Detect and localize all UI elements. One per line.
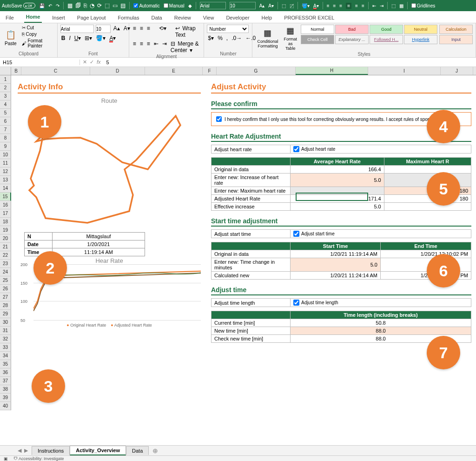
row-header-8[interactable]: 8 — [0, 134, 11, 142]
align-left-icon[interactable]: ≡ — [132, 40, 137, 54]
align-bottom-icon[interactable]: ≡ — [362, 3, 364, 8]
row-header-12[interactable]: 12 — [0, 167, 11, 176]
style-bad[interactable]: Bad — [335, 25, 369, 34]
row-header-11[interactable]: 11 — [0, 159, 11, 167]
titlebar-font-name[interactable] — [200, 2, 226, 9]
enter-formula-icon[interactable]: ✓ — [90, 59, 94, 65]
underline-button[interactable]: U▾ — [73, 34, 82, 42]
align-right-icon[interactable]: ≡ — [146, 40, 151, 54]
row-header-18[interactable]: 18 — [0, 218, 11, 226]
manual-checkbox[interactable]: Manual — [164, 3, 185, 8]
name-box[interactable]: H15 — [0, 60, 80, 65]
number-format-select[interactable]: Number — [207, 25, 249, 33]
tab-professor-excel[interactable]: PROFESSOR EXCEL — [282, 13, 336, 23]
confirm-checkbox[interactable] — [216, 116, 222, 122]
paste-button[interactable]: 📋Paste — [3, 25, 19, 51]
row-header-35[interactable]: 35 — [0, 360, 11, 368]
tab-help[interactable]: Help — [260, 13, 274, 23]
qat-icon[interactable]: ⟳ — [97, 2, 102, 9]
row-header-9[interactable]: 9 — [0, 142, 11, 151]
tab-review[interactable]: Review — [172, 13, 193, 23]
titlebar-font-size[interactable] — [230, 2, 256, 9]
tab-insert[interactable]: Insert — [50, 13, 67, 23]
tab-formulas[interactable]: Formulas — [116, 13, 141, 23]
indent-increase-icon[interactable]: ⇥ — [161, 40, 168, 54]
align-middle-icon[interactable]: ≡ — [355, 3, 358, 8]
bold-button[interactable]: B — [60, 34, 66, 42]
fx-icon[interactable]: fx — [97, 59, 101, 65]
qat-icon[interactable]: ⬚ — [105, 2, 110, 9]
tab-page-layout[interactable]: Page Layout — [75, 13, 108, 23]
col-header-C[interactable]: C — [21, 67, 90, 75]
row-header-30[interactable]: 30 — [0, 318, 11, 327]
row-header-4[interactable]: 4 — [0, 100, 11, 109]
row-header-34[interactable]: 34 — [0, 352, 11, 360]
style-normal[interactable]: Normal — [301, 25, 334, 34]
wrap-text-button[interactable]: ↩ Wrap Text — [174, 25, 201, 39]
row-header-24[interactable]: 24 — [0, 268, 11, 276]
row-header-20[interactable]: 20 — [0, 234, 11, 243]
row-header-33[interactable]: 33 — [0, 343, 11, 352]
style-followed-hyperlink[interactable]: Followed H... — [370, 35, 403, 44]
col-header-H[interactable]: H — [296, 67, 368, 75]
orientation-icon[interactable]: ⟲▾ — [158, 25, 167, 39]
font-size-select[interactable] — [96, 25, 111, 33]
font-increase-icon[interactable]: A▴ — [112, 25, 121, 33]
tab-home[interactable]: Home — [24, 12, 42, 23]
automatic-checkbox[interactable]: Automatic — [133, 3, 159, 8]
record-macro-icon[interactable]: ▣ — [4, 456, 8, 461]
style-explanatory[interactable]: Explanatory ... — [335, 35, 369, 44]
qat-icon[interactable]: ⬚ — [391, 3, 396, 8]
style-input[interactable]: Input — [439, 35, 473, 44]
row-header-31[interactable]: 31 — [0, 327, 11, 335]
gridlines-checkbox[interactable]: Gridlines — [411, 3, 435, 8]
font-increase-icon[interactable]: A▴ — [259, 3, 265, 8]
col-header-B[interactable]: B — [11, 67, 21, 75]
cell-styles-gallery[interactable]: Normal Bad Good Neutral Check Cell Expla… — [301, 25, 437, 52]
sheet-tab-activity-overview[interactable]: Activity_Overview — [70, 446, 126, 455]
qat-icon[interactable]: ⬚ — [282, 3, 286, 8]
italic-button[interactable]: I — [68, 34, 71, 42]
row-header-1[interactable]: 1 — [0, 75, 11, 84]
hr-increase-input[interactable]: 5.0 — [291, 174, 384, 187]
tab-data[interactable]: Data — [149, 13, 164, 23]
spreadsheet-grid[interactable]: BCDEFGHIJ 123456789101112131415161718192… — [0, 67, 476, 433]
align-middle-icon[interactable]: ≡ — [139, 25, 144, 39]
style-neutral[interactable]: Neutral — [404, 25, 437, 34]
indent-decrease-icon[interactable]: ⇤ — [372, 3, 376, 8]
qat-icon[interactable]: ▭ — [112, 2, 118, 9]
format-painter-button[interactable]: 🖌Format Painter — [20, 38, 54, 49]
select-all-corner[interactable] — [0, 67, 11, 75]
row-header-32[interactable]: 32 — [0, 335, 11, 343]
align-right-icon[interactable]: ≡ — [339, 3, 342, 8]
style-calculation[interactable]: Calculation — [439, 25, 473, 34]
new-sheet-button[interactable]: ⊕ — [149, 447, 162, 454]
style-hyperlink[interactable]: Hyperlink — [404, 35, 437, 44]
font-name-select[interactable] — [60, 25, 94, 33]
row-header-5[interactable]: 5 — [0, 109, 11, 117]
row-header-38[interactable]: 38 — [0, 385, 11, 394]
new-time-input[interactable]: 88.0 — [291, 327, 471, 335]
qat-icon[interactable]: ▦ — [67, 2, 73, 9]
time-change-input[interactable]: 5.0 — [291, 258, 381, 272]
tab-view[interactable]: View — [201, 13, 216, 23]
align-top-icon[interactable]: ≡ — [132, 25, 137, 39]
qat-icon[interactable]: ⎘ — [84, 2, 87, 9]
style-good[interactable]: Good — [370, 25, 403, 34]
row-header-6[interactable]: 6 — [0, 117, 11, 126]
fill-color-button[interactable]: 🪣▾ — [95, 34, 106, 42]
row-header-26[interactable]: 26 — [0, 285, 11, 293]
col-header-E[interactable]: E — [145, 67, 203, 75]
align-center-icon[interactable]: ≡ — [139, 40, 144, 54]
row-header-25[interactable]: 25 — [0, 276, 11, 285]
tab-developer[interactable]: Developer — [224, 13, 251, 23]
row-header-7[interactable]: 7 — [0, 126, 11, 134]
qat-icon[interactable]: 🗐 — [75, 2, 81, 9]
row-header-27[interactable]: 27 — [0, 293, 11, 301]
row-header-21[interactable]: 21 — [0, 243, 11, 251]
cancel-formula-icon[interactable]: ✕ — [83, 59, 87, 65]
increase-decimal-icon[interactable]: .0→ — [231, 34, 243, 42]
align-bottom-icon[interactable]: ≡ — [146, 25, 151, 39]
tab-file[interactable]: File — [4, 13, 16, 23]
save-icon[interactable]: 💾 — [39, 3, 45, 8]
